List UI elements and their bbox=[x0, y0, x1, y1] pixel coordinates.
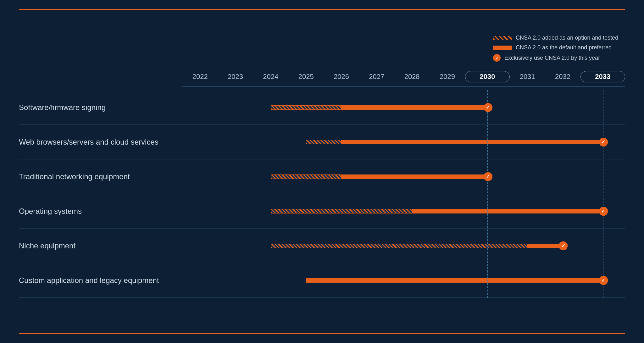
vertical-dashed-line bbox=[487, 90, 488, 298]
chart-row: Traditional networking equipment✓✓✓ bbox=[19, 159, 625, 194]
solid-bar bbox=[306, 278, 603, 283]
year-label: 2025 bbox=[288, 73, 324, 81]
legend-item: CNSA 2.0 as the default and preferred bbox=[493, 44, 625, 51]
year-header: 2022202320242025202620272028202920302031… bbox=[182, 71, 625, 86]
main-container: CNSA 2.0 added as an option and testedCN… bbox=[19, 22, 625, 324]
row-label: Custom application and legacy equipment bbox=[19, 276, 182, 285]
row-label: Niche equipment bbox=[19, 241, 182, 250]
legend-label: CNSA 2.0 added as an option and tested bbox=[516, 35, 618, 41]
row-bars: ✓✓✓ bbox=[182, 194, 625, 228]
row-bars: ✓✓✓ bbox=[182, 229, 625, 263]
solid-bar bbox=[341, 105, 487, 110]
chart-row: Niche equipment✓✓✓ bbox=[19, 229, 625, 263]
chart-row: Custom application and legacy equipment✓… bbox=[19, 263, 625, 298]
check-circle-icon: ✓ bbox=[599, 276, 608, 285]
chart-row: Web browsers/servers and cloud services✓… bbox=[19, 125, 625, 159]
check-circle-icon: ✓ bbox=[559, 241, 568, 250]
legend-item: CNSA 2.0 added as an option and tested bbox=[493, 35, 625, 41]
solid-bar bbox=[341, 140, 602, 144]
solid-bar bbox=[527, 244, 563, 248]
year-label: 2032 bbox=[545, 73, 580, 81]
year-label: 2033 bbox=[580, 71, 625, 82]
hatched-bar bbox=[271, 209, 412, 213]
row-bars: ✓✓✓ bbox=[182, 263, 625, 297]
header-section: CNSA 2.0 added as an option and testedCN… bbox=[19, 22, 625, 62]
year-label: 2026 bbox=[324, 73, 359, 81]
legend-check-icon: ✓ bbox=[493, 54, 501, 62]
hatched-bar bbox=[271, 174, 341, 179]
check-circle-icon: ✓ bbox=[599, 207, 608, 216]
row-bars: ✓✓✓ bbox=[182, 90, 625, 124]
rows-container: Software/firmware signing✓✓✓Web browsers… bbox=[19, 90, 625, 324]
check-circle-icon: ✓ bbox=[599, 138, 608, 147]
hatched-bar bbox=[306, 140, 341, 144]
year-label: 2022 bbox=[182, 73, 218, 81]
check-circle-icon: ✓ bbox=[484, 103, 492, 112]
year-label: 2030 bbox=[465, 71, 510, 82]
year-label: 2027 bbox=[359, 73, 394, 81]
check-circle-icon: ✓ bbox=[484, 172, 492, 181]
row-label: Operating systems bbox=[19, 207, 182, 216]
legend-solid-icon bbox=[493, 46, 512, 50]
chart-row: Software/firmware signing✓✓✓ bbox=[19, 90, 625, 125]
year-label: 2031 bbox=[510, 73, 545, 81]
bottom-border bbox=[19, 333, 625, 334]
row-label: Traditional networking equipment bbox=[19, 172, 182, 181]
chart-row: Operating systems✓✓✓ bbox=[19, 194, 625, 229]
year-label: 2024 bbox=[253, 73, 288, 81]
row-bars: ✓✓✓ bbox=[182, 125, 625, 159]
year-label: 2028 bbox=[394, 73, 430, 81]
legend: CNSA 2.0 added as an option and testedCN… bbox=[493, 28, 625, 62]
hatched-bar bbox=[271, 105, 341, 110]
year-label: 2029 bbox=[430, 73, 465, 81]
row-label: Web browsers/servers and cloud services bbox=[19, 138, 182, 147]
year-label: 2023 bbox=[218, 73, 253, 81]
vertical-dashed-line bbox=[603, 90, 603, 298]
legend-label: CNSA 2.0 as the default and preferred bbox=[516, 44, 612, 51]
chart-area: 2022202320242025202620272028202920302031… bbox=[19, 71, 625, 324]
hatched-bar bbox=[271, 244, 527, 248]
legend-item: ✓Exclusively use CNSA 2.0 by this year bbox=[493, 54, 625, 62]
row-label: Software/firmware signing bbox=[19, 103, 182, 112]
solid-bar bbox=[341, 174, 487, 179]
legend-hatched-icon bbox=[493, 36, 512, 40]
top-border bbox=[19, 9, 625, 10]
row-bars: ✓✓✓ bbox=[182, 159, 625, 194]
legend-label: Exclusively use CNSA 2.0 by this year bbox=[504, 55, 600, 61]
solid-bar bbox=[412, 209, 603, 213]
